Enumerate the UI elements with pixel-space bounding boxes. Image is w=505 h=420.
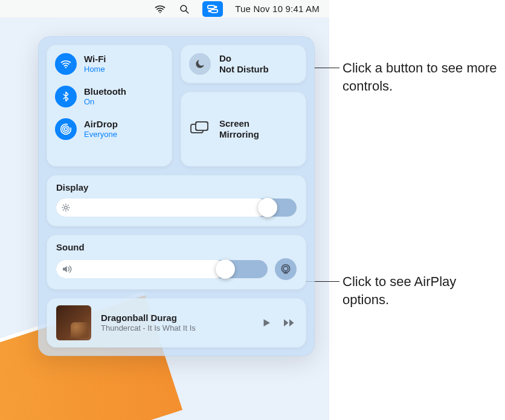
next-track-button[interactable] xyxy=(282,316,297,330)
bluetooth-toggle[interactable]: Bluetooth On xyxy=(55,86,164,107)
menubar-datetime[interactable]: Tue Nov 10 9:41 AM xyxy=(235,4,320,14)
bluetooth-status: On xyxy=(84,97,126,107)
bluetooth-icon xyxy=(55,86,77,107)
screen-mirroring-button[interactable]: ScreenMirroring xyxy=(181,92,306,167)
sound-label: Sound xyxy=(56,242,297,252)
svg-line-20 xyxy=(68,209,68,210)
svg-point-24 xyxy=(283,266,288,271)
sound-volume-slider[interactable] xyxy=(56,260,268,278)
wifi-icon xyxy=(55,53,77,75)
display-card[interactable]: Display xyxy=(47,175,306,226)
bluetooth-title: Bluetooth xyxy=(84,86,126,97)
svg-rect-5 xyxy=(211,9,218,12)
volume-icon xyxy=(61,264,72,275)
wifi-menubar-icon[interactable] xyxy=(154,3,166,15)
svg-rect-3 xyxy=(208,5,215,8)
svg-point-4 xyxy=(215,5,217,8)
svg-point-1 xyxy=(181,5,187,11)
airplay-audio-button[interactable] xyxy=(275,258,297,280)
display-label: Display xyxy=(56,182,297,192)
brightness-low-icon xyxy=(61,203,71,212)
airdrop-status: Everyone xyxy=(84,130,118,139)
svg-line-22 xyxy=(68,205,68,206)
callout-top: Click a button to see more controls. xyxy=(343,59,500,95)
svg-point-0 xyxy=(159,11,161,13)
sound-card[interactable]: Sound xyxy=(47,235,306,290)
svg-point-9 xyxy=(63,126,69,133)
svg-point-6 xyxy=(208,10,211,12)
svg-line-2 xyxy=(186,11,188,13)
airdrop-toggle[interactable]: AirDrop Everyone xyxy=(55,118,164,140)
album-art xyxy=(56,305,91,340)
svg-line-19 xyxy=(63,205,64,206)
control-center-menubar-icon[interactable] xyxy=(202,1,223,17)
display-brightness-slider[interactable] xyxy=(56,199,297,217)
now-playing-title: Dragonball Durag xyxy=(101,313,249,324)
svg-line-21 xyxy=(63,209,64,210)
svg-rect-12 xyxy=(196,122,208,130)
svg-point-7 xyxy=(65,67,66,68)
screen-mirroring-icon xyxy=(189,118,211,140)
wifi-status: Home xyxy=(84,65,106,74)
dnd-title: DoNot Disturb xyxy=(219,53,269,75)
callout-bottom: Click to see AirPlay options. xyxy=(343,273,487,308)
moon-icon xyxy=(189,53,211,75)
screen-mirroring-title: ScreenMirroring xyxy=(219,118,259,140)
svg-point-14 xyxy=(65,206,68,209)
do-not-disturb-button[interactable]: DoNot Disturb xyxy=(181,45,306,83)
spotlight-search-icon[interactable] xyxy=(178,3,190,15)
control-center-panel: Wi-Fi Home Bluetooth On xyxy=(38,36,315,356)
wifi-toggle[interactable]: Wi-Fi Home xyxy=(55,53,164,75)
menu-bar: Tue Nov 10 9:41 AM xyxy=(0,0,329,18)
airdrop-icon xyxy=(55,118,77,140)
wifi-title: Wi-Fi xyxy=(84,54,106,65)
svg-point-8 xyxy=(65,128,68,131)
play-button[interactable] xyxy=(259,316,274,330)
connectivity-card[interactable]: Wi-Fi Home Bluetooth On xyxy=(47,45,172,167)
now-playing-card[interactable]: Dragonball Durag Thundercat - It Is What… xyxy=(47,298,306,348)
airdrop-title: AirDrop xyxy=(84,119,118,130)
now-playing-artist: Thundercat - It Is What It Is xyxy=(101,323,249,333)
